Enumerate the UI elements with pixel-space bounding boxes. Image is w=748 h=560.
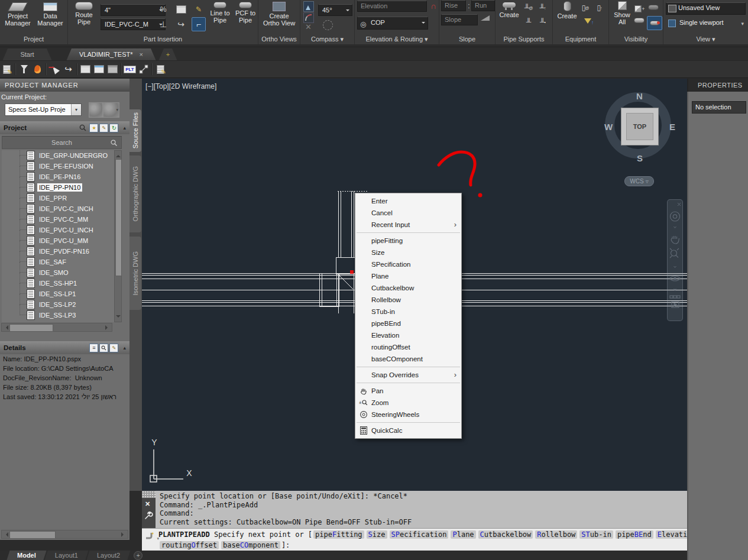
pipe-size-combo[interactable]: 4" bbox=[101, 4, 166, 16]
node-line-icon[interactable] bbox=[137, 63, 150, 76]
group-label-part-insertion[interactable]: Part Insertion bbox=[68, 34, 258, 44]
panel-horizontal-scrollbar[interactable] bbox=[1, 530, 128, 539]
elbow-toggle-icon-active[interactable]: ⌐ bbox=[192, 17, 206, 31]
scroll-right-arrow[interactable] bbox=[105, 325, 110, 330]
flame-icon[interactable] bbox=[31, 63, 44, 76]
group-label-pipe-supports[interactable]: Pipe Supports bbox=[496, 34, 552, 44]
group-label-ortho-views[interactable]: Ortho Views bbox=[258, 34, 300, 44]
wrench-icon[interactable] bbox=[144, 511, 153, 520]
filter-icon[interactable] bbox=[17, 63, 31, 76]
drag-grip[interactable] bbox=[142, 491, 156, 498]
rise-field[interactable]: Rise bbox=[441, 0, 466, 11]
navigation-bar[interactable] bbox=[667, 199, 683, 321]
new-tab-button[interactable]: + bbox=[158, 48, 177, 61]
cop-combo[interactable]: ◎ COP bbox=[357, 17, 428, 30]
scroll-thumb[interactable] bbox=[9, 324, 53, 332]
menu-item-recent-input[interactable]: Recent Input› bbox=[355, 219, 461, 231]
menu-item-size[interactable]: Size bbox=[355, 247, 461, 258]
menu-item-elevation[interactable]: Elevation bbox=[355, 329, 461, 341]
tree-item[interactable]: IDE_PVC-C_INCH bbox=[2, 203, 114, 214]
command-option-rollelbow[interactable]: Rollelbow bbox=[535, 530, 577, 539]
scroll-left-arrow[interactable] bbox=[4, 325, 8, 330]
menu-item-zoom[interactable]: ±Zoom bbox=[355, 397, 461, 409]
layout-tab-layout2[interactable]: Layout2 bbox=[88, 551, 129, 560]
tree-vertical-scrollbar[interactable] bbox=[114, 150, 122, 322]
scroll-down-arrow[interactable] bbox=[116, 315, 121, 320]
create-equipment-button[interactable]: Create bbox=[555, 0, 579, 33]
tree-item[interactable]: IDE_SS-LP3 bbox=[2, 310, 114, 321]
combo-arrow-button[interactable]: ▾ bbox=[71, 104, 81, 115]
details-preview-icon[interactable] bbox=[99, 344, 108, 352]
command-option-routingoffset[interactable]: routingOffset bbox=[160, 541, 219, 549]
viewcube-south[interactable]: S bbox=[637, 153, 643, 163]
pipe-spec-combo[interactable]: IDE_PVC-C_M bbox=[101, 18, 166, 30]
viewcube[interactable]: N W E S TOP bbox=[603, 90, 676, 164]
menu-item-routingoffset[interactable]: routingOffset bbox=[355, 341, 461, 353]
scroll-thumb[interactable] bbox=[115, 159, 122, 276]
tree-item[interactable]: IDE_GRP-UNDERGRO bbox=[2, 150, 114, 161]
group-label-view[interactable]: View ▾ bbox=[663, 34, 748, 44]
command-option-specification[interactable]: SPecification bbox=[390, 530, 449, 539]
create-ortho-view-button[interactable]: Create Ortho View bbox=[263, 0, 296, 33]
menu-item-quickcalc[interactable]: QuickCalc bbox=[355, 425, 461, 436]
tree-item[interactable]: IDE_PVDF-PN16 bbox=[2, 246, 114, 257]
search-icon[interactable] bbox=[79, 124, 87, 132]
details-edit-icon[interactable]: ✎ bbox=[109, 344, 118, 352]
command-option-stub-in[interactable]: STub-in bbox=[579, 530, 613, 539]
table-view-icon[interactable] bbox=[79, 63, 92, 76]
group-label-project[interactable]: Project bbox=[0, 34, 67, 44]
command-option-basecomponent[interactable]: baseCOmponent bbox=[221, 541, 280, 549]
copy-spec-icon[interactable] bbox=[175, 4, 187, 15]
data-manager-button[interactable]: Data Manager bbox=[35, 0, 66, 33]
support-at-icon[interactable]: ╨@ bbox=[523, 2, 535, 13]
command-option-cutbackelbow[interactable]: Cutbackelbow bbox=[478, 530, 533, 539]
close-icon[interactable]: ✕ bbox=[145, 500, 150, 508]
menu-item-enter[interactable]: Enter bbox=[355, 195, 461, 207]
collapse-project-icon[interactable]: ▴ bbox=[123, 125, 126, 131]
details-section-header[interactable]: Details ≡ ✎ ▴ bbox=[0, 341, 129, 354]
group-label-visibility[interactable]: Visibility bbox=[609, 34, 663, 44]
group-label-elevation-routing[interactable]: Elevation & Routing ▾ bbox=[355, 34, 439, 44]
new-layout-button[interactable]: + bbox=[134, 551, 143, 560]
command-option-plane[interactable]: Plane bbox=[451, 530, 475, 539]
tree-item[interactable]: IDE_PPR bbox=[2, 193, 114, 203]
menu-item-snap-overrides[interactable]: Snap Overrides› bbox=[355, 369, 461, 381]
palette-tab-source-files[interactable]: Source Files bbox=[129, 109, 141, 152]
command-option-pipebend[interactable]: pipeBEnd bbox=[616, 530, 653, 539]
pcf-to-pipe-button[interactable]: PCF to Pipe bbox=[234, 0, 257, 33]
collapse-details-icon[interactable]: ▴ bbox=[123, 345, 126, 351]
route-pipe-button[interactable]: Route Pipe bbox=[70, 0, 98, 33]
command-option-size[interactable]: Size bbox=[367, 530, 387, 539]
slope-field[interactable]: Slope bbox=[441, 14, 478, 25]
pipe-bend-icon[interactable]: ↪ bbox=[175, 18, 187, 30]
create-support-button[interactable]: Create bbox=[497, 0, 522, 33]
compass-toggle-icon[interactable] bbox=[303, 1, 314, 12]
menu-item-steeringwheels[interactable]: SteeringWheels bbox=[355, 409, 461, 420]
scroll-thumb[interactable] bbox=[9, 531, 56, 539]
pipe-break-icon[interactable]: % bbox=[157, 4, 169, 15]
palette-tab-orthographic-dwg[interactable]: Orthographic DWG bbox=[129, 156, 141, 232]
viewport-controls[interactable]: [−][Top][2D Wireframe] bbox=[145, 82, 216, 90]
show-all-button[interactable]: Show All bbox=[611, 0, 633, 33]
tab-close-icon[interactable]: × bbox=[140, 51, 143, 58]
support-edit-icon[interactable]: ╨ bbox=[523, 17, 535, 27]
single-viewport-combo[interactable]: Single viewport ▾ bbox=[666, 17, 746, 30]
snap-circle-icon[interactable] bbox=[323, 20, 333, 30]
tree-item[interactable]: IDE_SAF bbox=[2, 257, 114, 267]
details-list-icon[interactable]: ≡ bbox=[89, 344, 98, 352]
tab-vladimir-test[interactable]: VLADIMIR_TEST* × bbox=[66, 48, 156, 61]
tree-item[interactable]: IDE_SS-LP2 bbox=[2, 299, 114, 310]
elevation-lock-icon[interactable]: ∩ bbox=[428, 1, 439, 11]
tree-item[interactable]: IDE_PVC-C_MM bbox=[2, 214, 114, 225]
group-label-compass[interactable]: Compass ▾ bbox=[300, 34, 354, 44]
table-view-gray-icon[interactable] bbox=[106, 63, 119, 76]
tree-item[interactable]: IDE_SS-HP1 bbox=[2, 278, 114, 289]
equipment-up-icon[interactable]: ▯↑ bbox=[594, 2, 605, 13]
selection-combo[interactable]: No selection bbox=[692, 101, 746, 114]
group-label-equipment[interactable]: Equipment bbox=[553, 34, 608, 44]
pipe-seg-icon[interactable] bbox=[634, 18, 645, 23]
compass-needle-icon[interactable]: ✕ bbox=[305, 22, 312, 31]
layout-tab-layout1[interactable]: Layout1 bbox=[46, 551, 87, 560]
pipe-highlight-icon-active[interactable] bbox=[647, 16, 662, 30]
plt-export-icon[interactable]: PLT bbox=[123, 63, 137, 76]
